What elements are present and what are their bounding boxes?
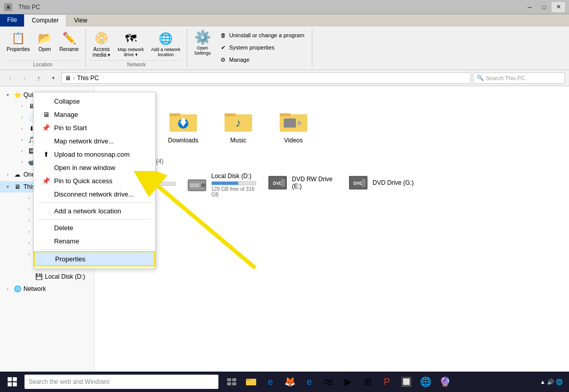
access-media-button[interactable]: 📀 Accessmedia ▾ [90,30,113,59]
sidebar-item-local-d[interactable]: 💾 Local Disk (D:) [0,271,94,282]
expand-icon[interactable]: ▾ [4,91,11,99]
context-collapse[interactable]: Collapse [34,94,155,108]
expand-icon[interactable]: › [18,159,26,166]
uninstall-label: Uninstall or change a program [229,32,304,38]
svg-rect-33 [362,179,366,186]
expand-icon[interactable]: › [18,125,26,132]
rename-icon: ✏️ [62,31,76,45]
close-button[interactable]: ✕ [552,2,565,12]
rename-button[interactable]: ✏️ Rename [57,30,82,54]
address-bar: ‹ › ↑ ▾ 🖥 › This PC 🔍 Search This PC [0,70,569,86]
folder-videos[interactable]: Videos [268,105,319,148]
network-icon: 🌐 [13,285,21,293]
map-network-button[interactable]: 🗺 Map networkdrive ▾ [115,30,146,59]
disconnect-icon [42,190,50,198]
expand-icon[interactable]: › [4,285,11,292]
context-add-network[interactable]: Add a network location [34,204,155,217]
store-icon[interactable]: 🛍 [319,373,338,391]
drive-dvd-g[interactable]: DVD DVD Drive (G:) [344,169,421,201]
context-manage[interactable]: 🖥 Manage [34,108,155,121]
dvd-g-icon: DVD [348,173,368,193]
firefox-icon[interactable]: 🦊 [281,373,299,391]
context-pin-quick[interactable]: 📌 Pin to Quick access [34,174,155,187]
metro-icon[interactable]: ⊞ [358,373,377,391]
svg-rect-37 [13,377,17,381]
drives-section-header: Devices and drives (4) [103,158,561,165]
context-rename[interactable]: Rename [34,234,155,248]
context-disconnect[interactable]: Disconnect network drive... [34,187,155,201]
add-network-button[interactable]: 🌐 Add a networklocation [149,30,183,59]
window-controls[interactable]: ─ □ ✕ [523,2,565,12]
expand-icon[interactable]: › [18,103,26,110]
context-pin-start[interactable]: 📌 Pin to Start [34,121,155,134]
media-icon[interactable]: ▶ [339,373,357,391]
context-properties[interactable]: Properties [34,251,155,266]
expand-icon[interactable]: › [18,148,26,155]
rename-label: Rename [60,46,79,52]
context-delete[interactable]: Delete [34,221,155,234]
maximize-button[interactable]: □ [537,2,551,12]
properties-button[interactable]: 📋 Properties [4,30,33,54]
access-media-icon: 📀 [94,31,109,45]
context-upload[interactable]: ⬆ Upload to monosnap.com [34,148,155,161]
chrome-icon[interactable]: 🌐 [416,373,435,391]
delete-label: Delete [54,224,73,232]
uninstall-icon: 🗑 [219,31,227,39]
forward-button[interactable]: › [18,72,31,84]
context-open-window[interactable]: Open in new window [34,161,155,174]
system-props-button[interactable]: ✔ System properties [215,42,308,53]
collapse-icon [42,97,50,105]
pin-quick-label: Pin to Quick access [54,177,112,185]
ribbon-tabs: File Computer View [0,14,569,27]
edge-icon[interactable]: e [300,373,318,391]
start-button[interactable] [2,372,22,392]
ribbon-group-system: ⚙️ OpenSettings 🗑 Uninstall or change a … [187,29,312,67]
folder-downloads[interactable]: Downloads [158,105,209,148]
manage-button[interactable]: ⚙ Manage [215,54,308,65]
drive-dvd-e[interactable]: DVD DVD RW Drive (E:) [264,169,340,201]
taskview-icon[interactable] [222,373,241,391]
recent-button[interactable]: ▾ [47,72,59,84]
tab-view[interactable]: View [66,14,95,27]
uninstall-button[interactable]: 🗑 Uninstall or change a program [215,30,308,41]
drive-local-d[interactable]: Local Disk (D:) 129 GB free of 316 GB [183,169,260,201]
location-group-label: Location [4,60,81,67]
expand-icon[interactable]: ▾ [4,183,11,190]
sidebar-item-network[interactable]: › 🌐 Network [0,283,94,295]
tab-computer[interactable]: Computer [24,14,66,27]
expand-icon[interactable]: › [26,228,33,235]
ribbon-btns-network: 📀 Accessmedia ▾ 🗺 Map networkdrive ▾ 🌐 A… [90,29,183,60]
tab-file[interactable]: File [0,14,24,27]
unknown2-icon[interactable]: 🔮 [436,373,454,391]
address-path[interactable]: 🖥 › This PC [61,72,471,84]
context-menu: Collapse 🖥 Manage 📌 Pin to Start Map net… [33,92,156,269]
expand-icon[interactable]: › [26,194,33,202]
drive-d-info: Local Disk (D:) 129 GB free of 316 GB [211,173,256,198]
minimize-button[interactable]: ─ [523,2,536,12]
search-box[interactable]: 🔍 Search This PC [473,72,565,84]
up-button[interactable]: ↑ [33,72,45,84]
open-button[interactable]: 📂 Open [35,30,55,54]
taskbar-icons: e 🦊 e 🛍 ▶ ⊞ P 🔲 🌐 🔮 [222,373,454,391]
expand-icon[interactable]: › [26,217,33,224]
powerpoint-icon[interactable]: P [378,373,396,391]
unknown-icon[interactable]: 🔲 [397,373,415,391]
taskbar-search[interactable]: Search the web and Windows [24,375,218,389]
expand-icon[interactable]: › [26,239,33,247]
expand-icon[interactable]: › [26,251,33,258]
open-settings-button[interactable]: ⚙️ OpenSettings [191,29,213,57]
expand-icon[interactable] [26,262,33,269]
explorer-taskbar-icon[interactable] [242,373,260,391]
ie-icon[interactable]: e [261,373,280,391]
expand-icon[interactable]: › [26,206,33,213]
svg-rect-36 [8,377,12,381]
context-map-drive[interactable]: Map network drive... [34,134,155,148]
expand-icon[interactable]: › [4,171,11,178]
search-taskbar-text: Search the web and Windows [29,378,110,385]
expand-icon[interactable] [26,273,33,280]
folder-music[interactable]: ♪ Music [213,105,264,148]
expand-icon[interactable]: › [18,136,26,143]
star-icon: ⭐ [13,91,21,99]
back-button[interactable]: ‹ [4,72,16,84]
expand-icon[interactable]: › [18,114,26,121]
